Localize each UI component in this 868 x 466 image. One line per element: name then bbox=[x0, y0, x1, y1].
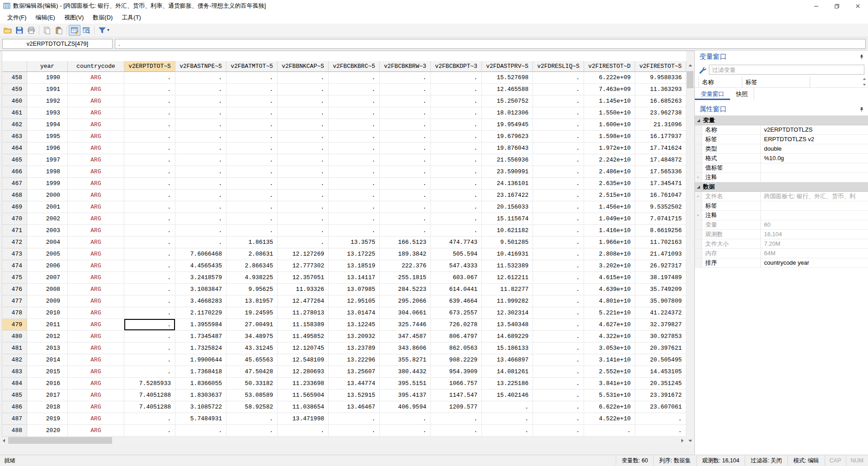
row-expand-arrow[interactable]: ▸ bbox=[695, 192, 702, 201]
table-cell[interactable]: 13.23789 bbox=[329, 342, 380, 354]
table-cell[interactable]: . bbox=[124, 154, 175, 166]
table-cell[interactable]: 614.0441 bbox=[431, 284, 482, 295]
row-number[interactable]: 480 bbox=[2, 331, 27, 342]
table-cell[interactable]: 26.927317 bbox=[635, 260, 686, 272]
table-cell[interactable]: . bbox=[431, 119, 482, 131]
table-cell[interactable]: 35.749209 bbox=[635, 284, 686, 295]
table-cell[interactable]: . bbox=[226, 190, 278, 201]
table-cell[interactable]: . bbox=[380, 201, 431, 213]
table-cell[interactable]: . bbox=[482, 413, 533, 425]
table-cell[interactable]: 13.540348 bbox=[482, 319, 533, 331]
table-cell[interactable]: . bbox=[226, 119, 278, 131]
table-cell[interactable]: 1.145e+10 bbox=[584, 95, 635, 107]
table-cell[interactable]: 17.741624 bbox=[635, 143, 686, 154]
table-cell[interactable]: 1990 bbox=[27, 72, 68, 84]
table-cell[interactable]: ARG bbox=[68, 425, 124, 437]
table-cell[interactable]: 34.48975 bbox=[226, 331, 278, 342]
table-cell[interactable]: ARG bbox=[68, 378, 124, 390]
column-header[interactable]: countrycode bbox=[68, 61, 124, 72]
table-cell[interactable]: 1.7368418 bbox=[175, 366, 226, 378]
table-cell[interactable]: . bbox=[533, 166, 584, 178]
table-cell[interactable]: ARG bbox=[68, 143, 124, 154]
data-browser-icon[interactable] bbox=[80, 25, 92, 36]
table-cell[interactable]: . bbox=[124, 307, 175, 319]
table-cell[interactable]: 11.565904 bbox=[278, 390, 329, 401]
table-cell[interactable]: . bbox=[431, 213, 482, 225]
table-cell[interactable]: 23.962738 bbox=[635, 107, 686, 119]
table-cell[interactable]: 13.25607 bbox=[329, 366, 380, 378]
close-button[interactable] bbox=[847, 0, 868, 12]
table-cell[interactable]: . bbox=[431, 84, 482, 95]
table-cell[interactable]: . bbox=[533, 143, 584, 154]
table-cell[interactable]: 12.612211 bbox=[482, 272, 533, 284]
table-cell[interactable]: . bbox=[175, 154, 226, 166]
table-cell[interactable]: 954.3909 bbox=[431, 366, 482, 378]
table-cell[interactable]: . bbox=[431, 72, 482, 84]
table-cell[interactable]: 21.556936 bbox=[482, 154, 533, 166]
table-cell[interactable]: 13.52915 bbox=[329, 390, 380, 401]
table-cell[interactable]: . bbox=[175, 237, 226, 248]
table-cell[interactable]: . bbox=[533, 237, 584, 248]
table-cell[interactable]: 2.08631 bbox=[226, 248, 278, 260]
table-cell[interactable]: . bbox=[533, 331, 584, 342]
table-cell[interactable]: . bbox=[226, 413, 278, 425]
cell-reference-box[interactable]: v2ERPTDTOTLZS[479] bbox=[2, 39, 113, 49]
table-cell[interactable]: 4.938225 bbox=[226, 272, 278, 284]
table-cell[interactable]: . bbox=[175, 166, 226, 178]
table-cell[interactable]: . bbox=[533, 272, 584, 284]
table-cell[interactable]: 1994 bbox=[27, 119, 68, 131]
table-cell[interactable]: . bbox=[329, 154, 380, 166]
filter-icon[interactable]: ▼ bbox=[96, 25, 112, 36]
table-cell[interactable]: 13.225186 bbox=[482, 378, 533, 390]
table-cell[interactable]: ARG bbox=[68, 84, 124, 95]
row-number[interactable]: 485 bbox=[2, 390, 27, 401]
table-cell[interactable]: 2009 bbox=[27, 295, 68, 307]
table-cell[interactable]: 2001 bbox=[27, 201, 68, 213]
table-cell[interactable]: ARG bbox=[68, 366, 124, 378]
property-value[interactable]: ERPTDTOTLZS v2 bbox=[761, 135, 868, 144]
table-cell[interactable]: 166.5123 bbox=[380, 237, 431, 248]
table-cell[interactable]: . bbox=[533, 95, 584, 107]
property-value[interactable]: double bbox=[761, 144, 868, 153]
row-number[interactable]: 479 bbox=[2, 319, 27, 331]
table-cell[interactable]: 32.379827 bbox=[635, 319, 686, 331]
property-row[interactable]: 内存64M bbox=[695, 249, 868, 258]
row-number[interactable]: 462 bbox=[2, 119, 27, 131]
column-header[interactable]: v2FDASTPRV~S bbox=[482, 61, 533, 72]
row-number[interactable]: 487 bbox=[2, 413, 27, 425]
table-cell[interactable]: 2.552e+10 bbox=[584, 366, 635, 378]
table-cell[interactable]: 2020 bbox=[27, 425, 68, 437]
property-row[interactable]: ▸注释 bbox=[695, 173, 868, 182]
table-cell[interactable]: 1.416e+10 bbox=[584, 225, 635, 237]
table-cell[interactable]: ARG bbox=[68, 166, 124, 178]
table-cell[interactable]: 2.808e+10 bbox=[584, 248, 635, 260]
restore-button[interactable] bbox=[826, 0, 847, 12]
table-cell[interactable]: 1.966e+10 bbox=[584, 237, 635, 248]
table-cell[interactable]: . bbox=[533, 178, 584, 190]
variable-name-column-header[interactable]: 名称 bbox=[698, 76, 742, 87]
row-expand-arrow[interactable]: ▸ bbox=[695, 211, 702, 220]
table-cell[interactable]: 1999 bbox=[27, 178, 68, 190]
table-cell[interactable]: 2003 bbox=[27, 225, 68, 237]
property-row[interactable]: 格式%10.0g bbox=[695, 154, 868, 163]
table-cell[interactable]: 806.4797 bbox=[431, 331, 482, 342]
table-cell[interactable]: 11.363293 bbox=[635, 84, 686, 95]
group-expand-triangle[interactable]: ◢ bbox=[695, 116, 702, 125]
mini-scroll-down[interactable] bbox=[863, 84, 866, 86]
table-cell[interactable]: . bbox=[431, 201, 482, 213]
table-cell[interactable]: ARG bbox=[68, 131, 124, 143]
table-cell[interactable]: 16.685263 bbox=[635, 95, 686, 107]
table-cell[interactable]: 3.1085722 bbox=[175, 401, 226, 413]
table-cell[interactable]: 21.31096 bbox=[635, 119, 686, 131]
table-cell[interactable]: . bbox=[226, 213, 278, 225]
table-cell[interactable]: 3.4668283 bbox=[175, 295, 226, 307]
table-cell[interactable]: 2.515e+10 bbox=[584, 190, 635, 201]
table-cell[interactable]: 16.177937 bbox=[635, 131, 686, 143]
table-cell[interactable]: 13.81957 bbox=[226, 295, 278, 307]
column-header[interactable]: year bbox=[27, 61, 68, 72]
table-cell[interactable]: . bbox=[482, 401, 533, 413]
table-cell[interactable]: 2008 bbox=[27, 284, 68, 295]
table-cell[interactable]: 10.621182 bbox=[482, 225, 533, 237]
table-cell[interactable]: 4.4565435 bbox=[175, 260, 226, 272]
table-cell[interactable]: 9.9588336 bbox=[635, 72, 686, 84]
